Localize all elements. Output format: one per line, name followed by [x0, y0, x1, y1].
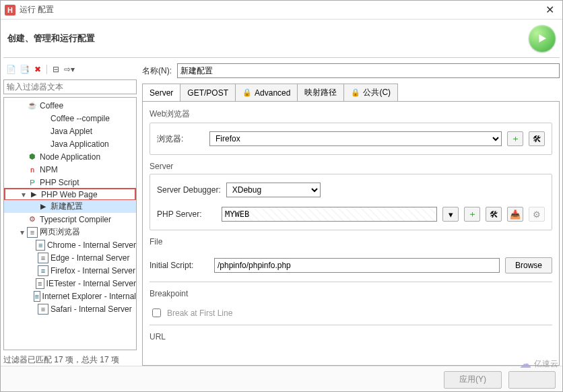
config-tree[interactable]: ▸☕Coffee▸Coffee --compile▸Java Applet▸Ja…	[3, 97, 137, 350]
name-label: 名称(N):	[142, 65, 172, 77]
tab-[interactable]: 映射路径	[297, 84, 344, 101]
tree-item-label: Coffee	[40, 101, 63, 110]
tree-item-label: 新建配置	[51, 201, 83, 212]
footer: 应用(Y)	[1, 366, 562, 392]
page-icon: ≡	[34, 291, 40, 302]
server-dropdown-icon[interactable]: ▾	[442, 207, 459, 222]
tree-item[interactable]: ▸PPHP Script	[4, 176, 136, 189]
play-icon	[536, 32, 548, 44]
tree-item[interactable]: ▾≡网页浏览器	[4, 226, 136, 238]
initial-script-label: Initial Script:	[150, 261, 209, 270]
tree-item-label: Firefox - Internal Server	[51, 266, 135, 275]
edit-browser-icon[interactable]: 🛠	[529, 131, 545, 146]
edit-server-icon[interactable]: 🛠	[486, 207, 502, 222]
tree-item[interactable]: ▸≡IETester - Internal Server	[4, 277, 136, 290]
lock-icon: 🔒	[242, 88, 252, 97]
add-server-icon[interactable]: ＋	[464, 207, 480, 222]
header-row: 创建、管理和运行配置	[1, 20, 562, 57]
tree-item[interactable]: ▸≡Internet Explorer - Internal	[4, 290, 136, 302]
group-server: Server	[150, 162, 552, 171]
tree-item-label: PHP Web Page	[41, 190, 98, 199]
left-pane: 📄 📑 ✖ ⊟ ⇨▾ ▸☕Coffee▸Coffee --compile▸Jav…	[3, 62, 137, 366]
coffee-icon: ☕	[27, 100, 38, 111]
import-server-icon[interactable]: 📥	[507, 207, 523, 222]
debugger-select[interactable]: XDebug	[226, 183, 321, 197]
tree-item[interactable]: ▸≡Chrome - Internal Server	[4, 238, 136, 251]
tab-getpost[interactable]: GET/POST	[180, 84, 236, 101]
tree-item[interactable]: ▸≡Firefox - Internal Server	[4, 264, 136, 277]
php-server-input[interactable]	[222, 207, 437, 222]
left-toolbar: 📄 📑 ✖ ⊟ ⇨▾	[3, 62, 137, 77]
app-icon: H	[5, 5, 15, 15]
settings-server-icon: ⚙	[529, 207, 545, 222]
tree-item[interactable]: ▸nNPM	[4, 163, 136, 176]
tree-item[interactable]: ▸⬢Node Application	[4, 150, 136, 163]
npm-icon: n	[27, 164, 38, 175]
run-icon: ▶	[28, 189, 39, 200]
watermark: ☁ 亿速云	[519, 356, 558, 371]
page-icon: ≡	[38, 265, 48, 276]
page-icon: ≡	[36, 240, 44, 251]
tree-item[interactable]: ▸⚙Typescript Compiler	[4, 213, 136, 226]
tree-item[interactable]: ▸☕Coffee	[4, 99, 136, 112]
tree-item-label: Coffee --compile	[51, 114, 110, 123]
tree-item-label: Safari - Internal Server	[51, 304, 132, 314]
break-first-line-label: Break at First Line	[167, 308, 232, 318]
tree-item[interactable]: ▸Coffee --compile	[4, 112, 136, 125]
group-url: URL	[150, 332, 552, 341]
blank-icon	[38, 113, 48, 124]
initial-script-input[interactable]	[214, 258, 500, 273]
filter-input[interactable]	[3, 79, 137, 94]
add-browser-icon[interactable]: ＋	[507, 131, 523, 146]
tree-item[interactable]: ▸Java Applet	[4, 125, 136, 137]
tab-server[interactable]: Server	[142, 84, 180, 101]
debugger-label: Server Debugger:	[157, 185, 221, 195]
gear-icon: ⚙	[27, 214, 38, 225]
tab-advanced[interactable]: 🔒Advanced	[235, 84, 298, 101]
tab-label: 映射路径	[304, 87, 337, 98]
expand-icon[interactable]: ▾	[18, 228, 27, 237]
page-icon: ≡	[27, 227, 38, 238]
tab-label: Server	[150, 88, 173, 98]
toolbar-separator	[46, 65, 47, 74]
duplicate-icon[interactable]: 📑	[18, 63, 30, 75]
tree-item[interactable]: ▸▶新建配置	[4, 200, 136, 213]
browser-select[interactable]: Firefox	[209, 131, 502, 146]
name-input[interactable]	[177, 63, 560, 78]
php-icon: P	[27, 177, 38, 188]
tab-bar: ServerGET/POST🔒Advanced映射路径🔒公共(C)	[142, 84, 560, 102]
filter-status: 过滤器已匹配 17 项，总共 17 项	[3, 350, 137, 366]
tab-label: 公共(C)	[363, 87, 391, 98]
blank-icon	[38, 139, 48, 150]
cloud-icon: ☁	[519, 356, 531, 371]
group-file: File	[150, 237, 552, 247]
expand-icon[interactable]: ▾	[19, 190, 28, 199]
php-server-label: PHP Server:	[157, 209, 216, 219]
tree-item-label: Java Application	[51, 139, 109, 149]
break-first-line-checkbox[interactable]: Break at First Line	[150, 306, 552, 319]
tab-c[interactable]: 🔒公共(C)	[343, 84, 398, 101]
close-icon[interactable]: ✕	[541, 3, 558, 16]
break-first-line-input[interactable]	[152, 308, 161, 317]
watermark-text: 亿速云	[534, 358, 558, 370]
footer-extra-button[interactable]	[508, 371, 556, 389]
tree-item[interactable]: ▸≡Safari - Internal Server	[4, 302, 136, 315]
collapse-icon[interactable]: ⊟	[50, 63, 62, 75]
apply-button[interactable]: 应用(Y)	[444, 371, 502, 389]
tree-item[interactable]: ▸≡Edge - Internal Server	[4, 251, 136, 264]
new-config-icon[interactable]: 📄	[5, 63, 17, 75]
run-button[interactable]	[529, 25, 556, 52]
delete-icon[interactable]: ✖	[32, 63, 44, 75]
filter-dropdown-icon[interactable]: ⇨▾	[63, 63, 75, 75]
page-subtitle: 创建、管理和运行配置	[7, 32, 529, 44]
tree-item-label: Node Application	[40, 152, 100, 162]
browse-button[interactable]: Browse	[505, 257, 552, 273]
tree-item[interactable]: ▸Java Application	[4, 137, 136, 150]
group-web-browser: Web浏览器	[150, 108, 552, 120]
tree-item[interactable]: ▾▶PHP Web Page	[4, 188, 136, 201]
tab-label: GET/POST	[187, 88, 228, 98]
tab-label: Advanced	[255, 88, 290, 98]
page-icon: ≡	[38, 253, 48, 263]
right-pane: 名称(N): ServerGET/POST🔒Advanced映射路径🔒公共(C)…	[142, 62, 560, 366]
titlebar: H 运行 配置 ✕	[1, 1, 562, 20]
